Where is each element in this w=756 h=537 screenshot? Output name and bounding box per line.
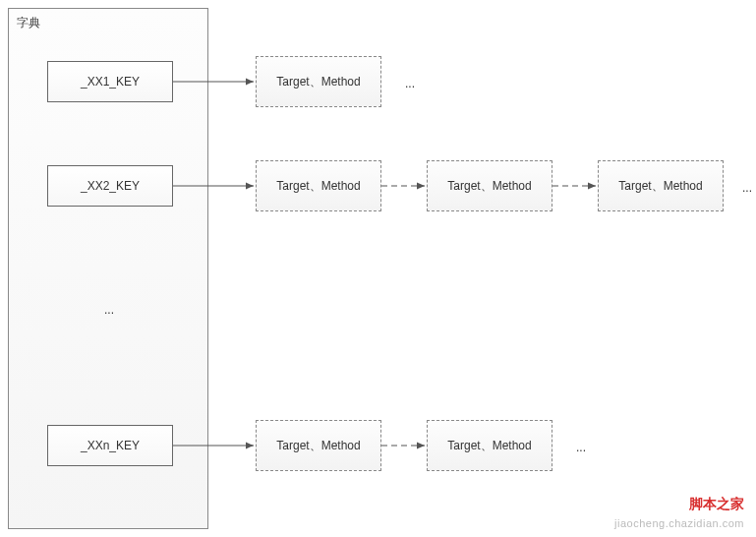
- watermark-url: jiaocheng.chazidian.com: [614, 517, 744, 529]
- watermark-brand: 脚本之家: [689, 496, 744, 513]
- row-ellipsis: ...: [405, 77, 415, 90]
- target-box: Target、Method: [256, 160, 381, 211]
- key-label: _XX2_KEY: [81, 179, 140, 193]
- target-box: Target、Method: [256, 56, 381, 107]
- dictionary-title: 字典: [17, 15, 40, 31]
- target-box: Target、Method: [256, 420, 381, 471]
- target-label: Target、Method: [447, 178, 531, 195]
- target-label: Target、Method: [447, 438, 531, 454]
- vertical-ellipsis: ...: [104, 303, 114, 317]
- target-box: Target、Method: [427, 420, 552, 471]
- target-box: Target、Method: [427, 160, 552, 211]
- key-box: _XX2_KEY: [47, 165, 173, 207]
- target-label: Target、Method: [276, 438, 360, 454]
- target-label: Target、Method: [276, 178, 360, 195]
- target-label: Target、Method: [276, 74, 360, 90]
- key-label: _XXn_KEY: [81, 439, 140, 452]
- row-ellipsis: ...: [576, 441, 586, 454]
- key-box: _XXn_KEY: [47, 425, 173, 466]
- key-box: _XX1_KEY: [47, 61, 173, 102]
- target-box: Target、Method: [598, 160, 724, 211]
- key-label: _XX1_KEY: [81, 75, 140, 89]
- row-ellipsis: ...: [742, 181, 752, 195]
- target-label: Target、Method: [618, 178, 702, 195]
